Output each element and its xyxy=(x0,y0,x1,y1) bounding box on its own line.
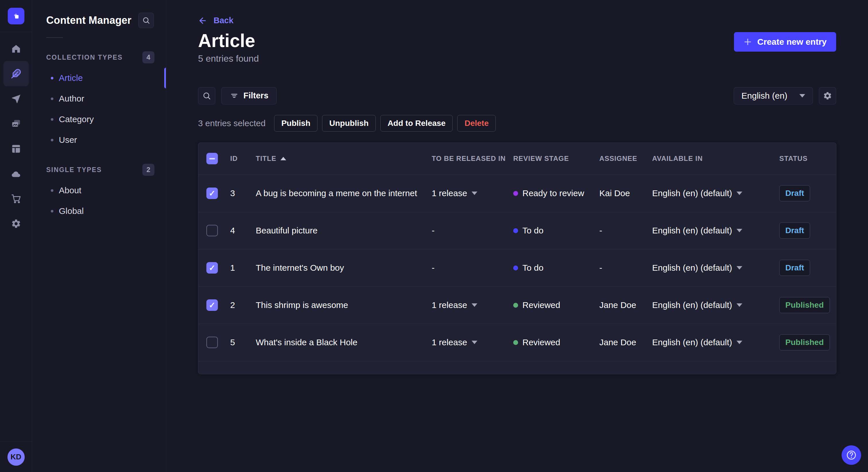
table-row[interactable]: 5 What's inside a Black Hole 1 release R… xyxy=(198,324,836,361)
add-to-release-button[interactable]: Add to Release xyxy=(380,115,453,132)
cell-review-stage: Ready to review xyxy=(513,189,599,198)
cell-release[interactable]: - xyxy=(432,263,513,273)
chevron-down-icon xyxy=(737,303,742,307)
row-checkbox[interactable] xyxy=(206,188,218,199)
main-nav-rail: KD xyxy=(0,0,32,472)
user-avatar[interactable]: KD xyxy=(7,448,25,466)
table-row[interactable]: 1 The internet's Own boy - To do - Engli… xyxy=(198,249,836,287)
bullet-icon xyxy=(51,118,53,121)
nav-settings-button[interactable] xyxy=(3,211,29,236)
cell-id: 1 xyxy=(230,263,256,273)
row-checkbox[interactable] xyxy=(206,299,218,311)
nav-releases-button[interactable] xyxy=(3,86,29,111)
strapi-admin-app: KD Content Manager COLLECTION TYPES 4 Ar… xyxy=(0,0,868,472)
feather-icon xyxy=(11,69,21,79)
cell-release[interactable]: 1 release xyxy=(432,300,513,310)
cell-available-in[interactable]: English (en) (default) xyxy=(652,263,779,273)
column-header-assignee: ASSIGNEE xyxy=(599,155,652,163)
nav-deploy-button[interactable] xyxy=(3,161,29,186)
chevron-down-icon xyxy=(737,192,742,195)
media-library-icon xyxy=(11,119,21,129)
cell-id: 2 xyxy=(230,300,256,310)
rail-nav xyxy=(0,32,32,236)
chevron-down-icon xyxy=(737,266,742,270)
gear-icon xyxy=(823,91,832,100)
stage-dot xyxy=(513,228,518,233)
single-types-count-badge: 2 xyxy=(143,164,154,176)
shopping-cart-icon xyxy=(11,194,21,204)
filters-button[interactable]: Filters xyxy=(221,87,277,104)
cell-release[interactable]: 1 release xyxy=(432,338,513,347)
sidebar-divider xyxy=(46,37,63,38)
table-row[interactable]: 2 This shrimp is awesome 1 release Revie… xyxy=(198,287,836,324)
sidebar-search-button[interactable] xyxy=(138,12,154,28)
collection-types-section: COLLECTION TYPES 4 Article Author Catego… xyxy=(32,51,166,150)
cell-review-stage: Reviewed xyxy=(513,338,599,347)
table-row[interactable]: 4 Beautiful picture - To do - English (e… xyxy=(198,212,836,249)
sidebar-item-global[interactable]: Global xyxy=(32,201,166,222)
locale-select[interactable]: English (en) xyxy=(734,87,813,104)
nav-home-button[interactable] xyxy=(3,36,29,61)
row-checkbox[interactable] xyxy=(206,262,218,274)
delete-button[interactable]: Delete xyxy=(457,115,496,132)
arrow-left-icon xyxy=(198,16,207,25)
publish-button[interactable]: Publish xyxy=(274,115,317,132)
cell-assignee: - xyxy=(599,263,652,273)
rail-footer: KD xyxy=(0,442,32,472)
search-icon xyxy=(203,92,211,100)
column-header-status: STATUS xyxy=(779,155,836,163)
sidebar-item-author[interactable]: Author xyxy=(32,88,166,109)
bullet-icon xyxy=(51,139,53,141)
release-caret xyxy=(472,341,477,344)
column-header-review-stage: REVIEW STAGE xyxy=(513,155,599,163)
cell-available-in[interactable]: English (en) (default) xyxy=(652,189,779,198)
nav-content-type-builder-button[interactable] xyxy=(3,136,29,161)
cell-available-in[interactable]: English (en) (default) xyxy=(652,300,779,310)
cell-id: 5 xyxy=(230,338,256,347)
column-header-available-in: AVAILABLE IN xyxy=(652,155,779,163)
search-entries-button[interactable] xyxy=(198,87,215,104)
table-footer xyxy=(198,361,836,374)
bullet-icon xyxy=(51,98,53,100)
nav-marketplace-button[interactable] xyxy=(3,186,29,211)
sidebar-item-category[interactable]: Category xyxy=(32,109,166,130)
sidebar-item-article[interactable]: Article xyxy=(32,68,166,88)
cell-id: 4 xyxy=(230,226,256,235)
column-header-id: ID xyxy=(230,155,256,163)
status-badge: Draft xyxy=(779,223,810,239)
select-all-checkbox[interactable] xyxy=(206,153,218,164)
sidebar-item-user[interactable]: User xyxy=(32,130,166,150)
cell-release[interactable]: - xyxy=(432,226,513,235)
release-caret xyxy=(472,192,477,195)
main-content: Back Article 5 entries found Create new … xyxy=(166,0,868,472)
chevron-down-icon xyxy=(799,94,805,98)
create-new-entry-button[interactable]: Create new entry xyxy=(734,32,836,52)
release-caret xyxy=(472,303,477,307)
cell-available-in[interactable]: English (en) (default) xyxy=(652,338,779,347)
table-header-row: ID TITLE TO BE RELEASED IN REVIEW STAGE … xyxy=(198,143,836,175)
sidebar-item-about[interactable]: About xyxy=(32,180,166,201)
column-header-title-sort[interactable]: TITLE xyxy=(256,155,286,163)
view-settings-button[interactable] xyxy=(819,87,836,104)
cell-title: This shrimp is awesome xyxy=(256,300,432,310)
layout-icon xyxy=(11,144,21,154)
row-checkbox[interactable] xyxy=(206,225,218,236)
row-checkbox[interactable] xyxy=(206,337,218,348)
help-button[interactable] xyxy=(842,445,861,465)
nav-content-manager-button[interactable] xyxy=(3,61,29,86)
single-types-label: SINGLE TYPES xyxy=(46,166,102,174)
strapi-logo[interactable] xyxy=(8,8,24,24)
active-nav-highlight xyxy=(3,61,29,86)
table-row[interactable]: 3 A bug is becoming a meme on the intern… xyxy=(198,175,836,212)
back-link[interactable]: Back xyxy=(198,16,234,25)
nav-media-library-button[interactable] xyxy=(3,111,29,136)
collection-types-count-badge: 4 xyxy=(143,51,154,63)
unpublish-button[interactable]: Unpublish xyxy=(322,115,376,132)
cell-title: A bug is becoming a meme on the internet xyxy=(256,189,432,198)
column-header-to-be-released-in: TO BE RELEASED IN xyxy=(432,155,513,163)
status-badge: Draft xyxy=(779,260,810,276)
plus-icon xyxy=(743,38,752,46)
list-toolbar: Filters English (en) xyxy=(198,87,836,104)
cell-available-in[interactable]: English (en) (default) xyxy=(652,226,779,235)
cell-release[interactable]: 1 release xyxy=(432,189,513,198)
